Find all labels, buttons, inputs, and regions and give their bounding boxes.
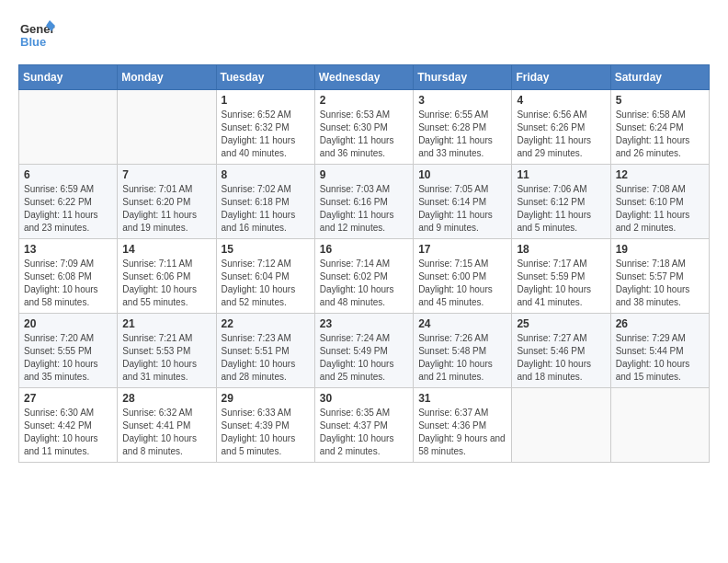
day-number: 1 [222,94,310,107]
day-info: Sunrise: 7:17 AM Sunset: 5:59 PM Dayligh… [517,258,605,309]
day-info: Sunrise: 7:15 AM Sunset: 6:00 PM Dayligh… [418,258,506,309]
cell-week1-day3: 2Sunrise: 6:53 AM Sunset: 6:30 PM Daylig… [314,90,413,165]
day-info: Sunrise: 6:30 AM Sunset: 4:42 PM Dayligh… [24,407,112,458]
cell-week2-day2: 8Sunrise: 7:02 AM Sunset: 6:18 PM Daylig… [216,165,314,239]
cell-week3-day4: 17Sunrise: 7:15 AM Sunset: 6:00 PM Dayli… [414,239,512,314]
cell-week1-day0 [19,90,118,165]
cell-week1-day2: 1Sunrise: 6:52 AM Sunset: 6:32 PM Daylig… [216,90,314,165]
day-info: Sunrise: 7:02 AM Sunset: 6:18 PM Dayligh… [222,183,310,235]
day-number: 7 [122,168,210,181]
day-info: Sunrise: 7:24 AM Sunset: 5:49 PM Dayligh… [320,332,408,384]
svg-text:Blue: Blue [20,35,46,49]
day-info: Sunrise: 6:32 AM Sunset: 4:41 PM Dayligh… [122,407,210,458]
day-number: 16 [320,243,408,256]
day-info: Sunrise: 6:53 AM Sunset: 6:30 PM Dayligh… [320,109,408,160]
cell-week3-day5: 18Sunrise: 7:17 AM Sunset: 5:59 PM Dayli… [512,239,610,314]
day-number: 15 [222,243,310,256]
cell-week2-day0: 6Sunrise: 6:59 AM Sunset: 6:22 PM Daylig… [19,165,118,239]
day-info: Sunrise: 6:37 AM Sunset: 4:36 PM Dayligh… [418,407,506,458]
day-number: 13 [24,243,112,256]
day-number: 2 [320,94,408,107]
day-number: 14 [122,243,210,256]
day-info: Sunrise: 6:35 AM Sunset: 4:37 PM Dayligh… [320,407,408,458]
day-number: 12 [616,168,704,181]
day-info: Sunrise: 7:14 AM Sunset: 6:02 PM Dayligh… [320,258,408,309]
day-number: 25 [517,317,605,330]
cell-week4-day1: 21Sunrise: 7:21 AM Sunset: 5:53 PM Dayli… [118,314,216,388]
day-info: Sunrise: 7:18 AM Sunset: 5:57 PM Dayligh… [616,258,704,309]
header-thursday: Thursday [414,65,512,90]
cell-week2-day5: 11Sunrise: 7:06 AM Sunset: 6:12 PM Dayli… [512,165,610,239]
day-number: 30 [320,392,408,405]
header-sunday: Sunday [19,65,118,90]
cell-week5-day6 [610,388,709,463]
cell-week3-day3: 16Sunrise: 7:14 AM Sunset: 6:02 PM Dayli… [314,239,413,314]
day-info: Sunrise: 6:33 AM Sunset: 4:39 PM Dayligh… [222,407,310,458]
day-info: Sunrise: 7:01 AM Sunset: 6:20 PM Dayligh… [122,183,210,235]
day-number: 22 [222,317,310,330]
cell-week4-day6: 26Sunrise: 7:29 AM Sunset: 5:44 PM Dayli… [610,314,709,388]
day-info: Sunrise: 7:26 AM Sunset: 5:48 PM Dayligh… [418,332,506,384]
cell-week3-day2: 15Sunrise: 7:12 AM Sunset: 6:04 PM Dayli… [216,239,314,314]
cell-week5-day2: 29Sunrise: 6:33 AM Sunset: 4:39 PM Dayli… [216,388,314,463]
cell-week4-day4: 24Sunrise: 7:26 AM Sunset: 5:48 PM Dayli… [414,314,512,388]
day-info: Sunrise: 7:11 AM Sunset: 6:06 PM Dayligh… [122,258,210,309]
header-monday: Monday [118,65,216,90]
cell-week5-day0: 27Sunrise: 6:30 AM Sunset: 4:42 PM Dayli… [19,388,118,463]
cell-week1-day5: 4Sunrise: 6:56 AM Sunset: 6:26 PM Daylig… [512,90,610,165]
day-info: Sunrise: 7:12 AM Sunset: 6:04 PM Dayligh… [222,258,310,309]
header-tuesday: Tuesday [216,65,314,90]
day-info: Sunrise: 7:23 AM Sunset: 5:51 PM Dayligh… [222,332,310,384]
header-wednesday: Wednesday [314,65,413,90]
day-info: Sunrise: 7:27 AM Sunset: 5:46 PM Dayligh… [517,332,605,384]
cell-week3-day1: 14Sunrise: 7:11 AM Sunset: 6:06 PM Dayli… [118,239,216,314]
day-number: 21 [122,317,210,330]
page-header: General Blue [18,18,710,55]
day-info: Sunrise: 6:56 AM Sunset: 6:26 PM Dayligh… [517,109,605,160]
cell-week4-day5: 25Sunrise: 7:27 AM Sunset: 5:46 PM Dayli… [512,314,610,388]
cell-week4-day2: 22Sunrise: 7:23 AM Sunset: 5:51 PM Dayli… [216,314,314,388]
cell-week4-day0: 20Sunrise: 7:20 AM Sunset: 5:55 PM Dayli… [19,314,118,388]
logo-svg: General Blue [18,18,55,55]
day-info: Sunrise: 7:05 AM Sunset: 6:14 PM Dayligh… [418,183,506,235]
day-info: Sunrise: 6:58 AM Sunset: 6:24 PM Dayligh… [616,109,704,160]
header-saturday: Saturday [610,65,709,90]
day-number: 18 [517,243,605,256]
day-info: Sunrise: 7:03 AM Sunset: 6:16 PM Dayligh… [320,183,408,235]
day-number: 10 [418,168,506,181]
cell-week2-day1: 7Sunrise: 7:01 AM Sunset: 6:20 PM Daylig… [118,165,216,239]
cell-week2-day4: 10Sunrise: 7:05 AM Sunset: 6:14 PM Dayli… [414,165,512,239]
day-number: 31 [418,392,506,405]
day-info: Sunrise: 7:21 AM Sunset: 5:53 PM Dayligh… [122,332,210,384]
day-number: 27 [24,392,112,405]
day-info: Sunrise: 7:20 AM Sunset: 5:55 PM Dayligh… [24,332,112,384]
day-info: Sunrise: 6:59 AM Sunset: 6:22 PM Dayligh… [24,183,112,235]
cell-week1-day6: 5Sunrise: 6:58 AM Sunset: 6:24 PM Daylig… [610,90,709,165]
cell-week1-day1 [118,90,216,165]
day-number: 9 [320,168,408,181]
day-number: 29 [222,392,310,405]
day-number: 8 [222,168,310,181]
cell-week2-day3: 9Sunrise: 7:03 AM Sunset: 6:16 PM Daylig… [314,165,413,239]
header-friday: Friday [512,65,610,90]
day-number: 6 [24,168,112,181]
day-number: 19 [616,243,704,256]
day-number: 3 [418,94,506,107]
day-number: 17 [418,243,506,256]
cell-week2-day6: 12Sunrise: 7:08 AM Sunset: 6:10 PM Dayli… [610,165,709,239]
day-number: 5 [616,94,704,107]
logo: General Blue [18,18,55,55]
day-number: 26 [616,317,704,330]
day-number: 20 [24,317,112,330]
cell-week5-day3: 30Sunrise: 6:35 AM Sunset: 4:37 PM Dayli… [314,388,413,463]
cell-week1-day4: 3Sunrise: 6:55 AM Sunset: 6:28 PM Daylig… [414,90,512,165]
day-info: Sunrise: 7:08 AM Sunset: 6:10 PM Dayligh… [616,183,704,235]
day-number: 11 [517,168,605,181]
calendar-table: SundayMondayTuesdayWednesdayThursdayFrid… [18,64,710,463]
cell-week5-day5 [512,388,610,463]
day-info: Sunrise: 7:09 AM Sunset: 6:08 PM Dayligh… [24,258,112,309]
cell-week3-day6: 19Sunrise: 7:18 AM Sunset: 5:57 PM Dayli… [610,239,709,314]
cell-week5-day1: 28Sunrise: 6:32 AM Sunset: 4:41 PM Dayli… [118,388,216,463]
day-number: 28 [122,392,210,405]
day-info: Sunrise: 7:06 AM Sunset: 6:12 PM Dayligh… [517,183,605,235]
